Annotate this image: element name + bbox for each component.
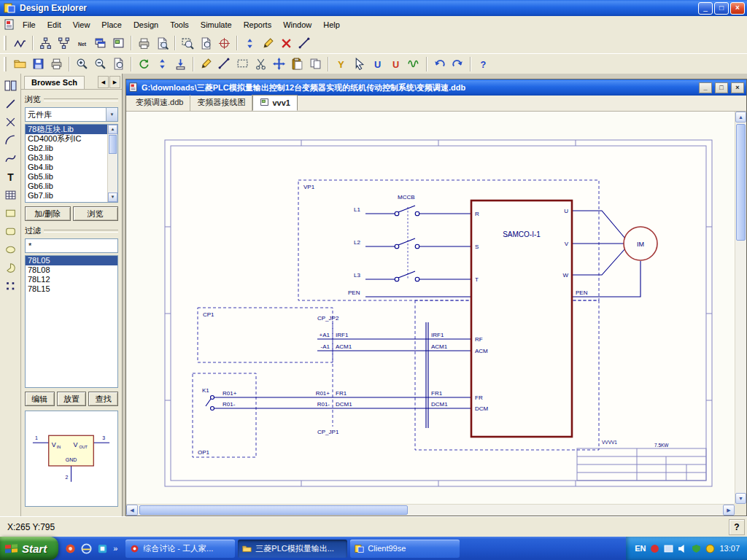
toolbar-grip[interactable] <box>4 57 7 71</box>
rectangle-tool[interactable] <box>1 204 19 222</box>
library-item[interactable]: Gb3.lib <box>26 153 117 163</box>
tray-icon-3[interactable] <box>692 544 701 553</box>
quicklaunch-icon-3[interactable] <box>97 543 108 554</box>
tray-icon-4[interactable] <box>705 544 715 553</box>
library-item[interactable]: Gb4.lib <box>26 163 117 172</box>
arc-tool[interactable] <box>1 131 19 149</box>
taskbar-task-client99se[interactable]: Client99se <box>350 540 460 558</box>
descend-hierarchy-button[interactable] <box>171 55 190 72</box>
tray-icon-1[interactable] <box>650 544 659 553</box>
scroll-right-icon[interactable]: ▶ <box>723 505 735 516</box>
scroll-up-icon[interactable]: ▲ <box>108 125 117 134</box>
help-button[interactable]: ? <box>474 55 492 72</box>
zoom-all-button[interactable] <box>109 55 128 72</box>
pie-tool[interactable] <box>1 259 19 276</box>
probe-y-button[interactable]: Y <box>332 55 350 72</box>
close-button[interactable]: × <box>730 2 745 15</box>
horizontal-scrollbar[interactable]: ◀ ▶ <box>126 504 735 516</box>
vertical-scroll-thumb[interactable] <box>736 124 746 241</box>
diagonal-wire-button[interactable] <box>295 35 314 52</box>
taskbar-task-folder[interactable]: 三菱PLC模拟量输出... <box>238 540 347 558</box>
quicklaunch-icon-1[interactable] <box>65 543 76 554</box>
move-selection-button[interactable] <box>270 55 288 72</box>
doc-minimize-button[interactable]: _ <box>699 82 712 93</box>
ellipse-tool[interactable] <box>1 241 19 258</box>
schematic-canvas[interactable]: VVVV1 7.5KW <box>126 112 735 504</box>
split-window-button[interactable] <box>1 77 19 94</box>
tab-bianpin-tiaosu[interactable]: 变频调速.ddb <box>129 95 190 111</box>
component-item[interactable]: 78L05 <box>26 256 117 265</box>
zoom-document-button[interactable] <box>197 35 215 52</box>
delete-mode-button[interactable] <box>277 35 295 52</box>
browse-library-button[interactable]: 浏览 <box>73 206 119 221</box>
taskbar-task-forum[interactable]: 综合讨论 - 工人家... <box>125 540 235 558</box>
ie-icon[interactable] <box>81 543 92 554</box>
copy-docs-button[interactable] <box>306 55 325 72</box>
edit-pencil-button[interactable] <box>197 55 215 72</box>
graphic-array-tool[interactable] <box>1 277 19 295</box>
scroll-left-icon[interactable]: ◀ <box>126 505 138 516</box>
print-preview-button[interactable] <box>153 35 171 52</box>
library-item[interactable]: Gb6.lib <box>26 182 117 191</box>
tray-icon-2[interactable] <box>664 544 673 553</box>
swap-views-button[interactable] <box>153 55 171 72</box>
chevron-down-icon[interactable]: ▼ <box>106 108 117 121</box>
zoom-window-button[interactable] <box>179 35 197 52</box>
probe-u2-button[interactable]: U <box>387 55 405 72</box>
waveform-button[interactable] <box>405 55 423 72</box>
open-document-button[interactable] <box>11 55 29 72</box>
component-item[interactable]: 78L08 <box>26 265 117 275</box>
motor-im[interactable]: IM <box>624 227 657 260</box>
scroll-down-icon[interactable]: ▼ <box>108 192 117 202</box>
library-item[interactable]: CD4000系列IC <box>26 134 117 144</box>
print-button[interactable] <box>47 55 66 72</box>
filter-input[interactable]: * <box>25 238 118 253</box>
clock[interactable]: 13:07 <box>719 544 740 553</box>
doc-close-button[interactable]: × <box>731 82 744 93</box>
tab-browse-sch[interactable]: Browse Sch <box>24 76 85 89</box>
tab-bianpinqi-jiexiantu[interactable]: 变频器接线图 <box>190 95 252 111</box>
component-list[interactable]: 78L05 78L08 78L12 78L15 <box>25 255 118 388</box>
print-sheet-button[interactable] <box>135 35 153 52</box>
language-indicator[interactable]: EN <box>635 544 646 553</box>
cut-button[interactable] <box>252 55 270 72</box>
run-cursor-button[interactable] <box>350 55 368 72</box>
library-item[interactable]: 78稳压块.Lib <box>26 125 117 134</box>
menu-view[interactable]: View <box>67 18 96 32</box>
maximize-button[interactable]: □ <box>714 2 729 15</box>
toolbar-grip[interactable] <box>4 36 7 50</box>
edit-component-button[interactable]: 编辑 <box>25 392 55 406</box>
menu-window[interactable]: Window <box>277 18 317 32</box>
place-component-button[interactable]: 放置 <box>57 392 87 406</box>
probe-u1-button[interactable]: U <box>368 55 387 72</box>
menu-place[interactable]: Place <box>96 18 128 32</box>
status-help-button[interactable]: ? <box>729 519 745 535</box>
sort-order-button[interactable] <box>241 35 259 52</box>
volume-icon[interactable] <box>678 544 687 553</box>
menu-file[interactable]: File <box>17 18 42 32</box>
library-list-scrollbar[interactable]: ▲ ▼ <box>107 125 117 202</box>
find-component-button[interactable]: 查找 <box>88 392 118 406</box>
save-document-button[interactable] <box>29 55 47 72</box>
scroll-thumb[interactable] <box>109 135 117 154</box>
sheet-symbol-button[interactable] <box>109 35 128 52</box>
vertical-scrollbar[interactable]: ▲ ▼ <box>735 112 746 504</box>
panel-next-button[interactable]: ▶ <box>109 76 120 88</box>
library-item[interactable]: Gb5.lib <box>26 172 117 182</box>
zoom-out-button[interactable] <box>91 55 109 72</box>
samco-inverter-block[interactable]: SAMCO-I-1 R S T RF ACM FR DCM U V W <box>471 201 572 437</box>
component-item[interactable]: 78L15 <box>26 284 117 294</box>
tab-vvv1[interactable]: vvv1 <box>252 95 297 111</box>
add-remove-library-button[interactable]: 加/删除 <box>25 206 71 221</box>
cascade-windows-button[interactable] <box>91 35 109 52</box>
menu-edit[interactable]: Edit <box>42 18 67 32</box>
menu-tools[interactable]: Tools <box>164 18 195 32</box>
selection-rect-button[interactable] <box>233 55 252 72</box>
minimize-button[interactable]: _ <box>698 2 713 15</box>
menu-help[interactable]: Help <box>317 18 346 32</box>
scroll-up-icon[interactable]: ▲ <box>735 112 746 122</box>
component-item[interactable]: 78L12 <box>26 275 117 284</box>
zoom-in-button[interactable] <box>73 55 91 72</box>
menu-reports[interactable]: Reports <box>238 18 278 32</box>
menu-design[interactable]: Design <box>128 18 164 32</box>
